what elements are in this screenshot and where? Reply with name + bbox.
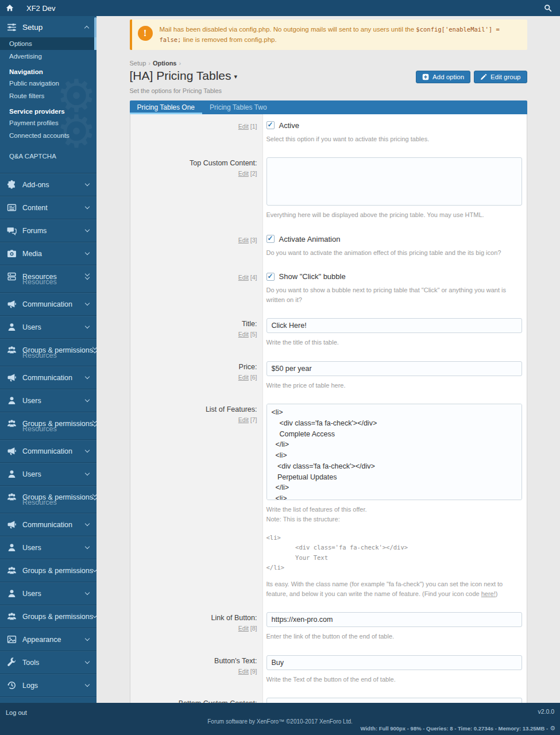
sidebar-item-groups-permissions[interactable]: Groups & permissionsResources [0, 485, 96, 508]
buttons-text-input[interactable] [267, 655, 522, 670]
breadcrumb-options[interactable]: Options [153, 60, 177, 67]
logout-link[interactable]: Log out [6, 709, 27, 716]
main-content: ! Mail has been disabled via config.php.… [96, 16, 560, 703]
activate-animation-checkbox[interactable]: Activate Animation [267, 235, 522, 243]
active-checkbox[interactable]: Active [267, 121, 522, 130]
chevron-down-icon [86, 662, 89, 663]
setup-links: Options Advertising Navigation Public na… [0, 37, 96, 168]
sidebar: ⚙⚙ Setup Options Advertising Navigation … [0, 16, 96, 703]
warning-icon: ! [138, 26, 153, 41]
sidebar-item-media[interactable]: Media [0, 242, 96, 265]
edit-option-link[interactable]: Edit [8] [135, 625, 257, 632]
sidebar-section-setup[interactable]: Setup [0, 16, 96, 37]
title-input[interactable] [267, 318, 522, 333]
option-label: Top Custom Content: [135, 158, 257, 168]
search-button[interactable] [544, 4, 552, 12]
home-button[interactable] [0, 4, 20, 12]
sidebar-item-users[interactable]: Users [0, 582, 96, 605]
chevron-down-icon [86, 207, 89, 208]
sidebar-item-users[interactable]: Users [0, 389, 96, 412]
sidebar-item-users[interactable]: Users [0, 315, 96, 338]
sidebar-item-communication[interactable]: Communication [0, 439, 96, 462]
chevron-down-icon [86, 184, 89, 185]
plus-square-icon [422, 74, 429, 80]
option-label: Bottom Custom Content: [135, 699, 257, 703]
edit-option-link[interactable]: Edit [4] [135, 274, 257, 281]
sidebar-item-groups-permissions[interactable]: Groups & permissionsResources [0, 338, 96, 361]
edit-group-button[interactable]: Edit group [474, 71, 527, 83]
option-hint: Write the title of this table. [267, 338, 522, 347]
title-dropdown-caret-icon[interactable]: ▾ [234, 73, 238, 80]
option-row-bottom-custom-content: Bottom Custom Content: Edit [10] Everyth… [130, 692, 527, 703]
footer: Log out v2.0.0 Forum software by XenForo… [0, 703, 560, 735]
chevron-down-icon [86, 274, 89, 279]
checkbox-checked-icon [267, 121, 275, 129]
sidebar-item-payment-profiles[interactable]: Payment profiles [0, 117, 96, 129]
tab-pricing-tables-two[interactable]: Pricing Tables Two [202, 100, 275, 114]
home-icon [6, 4, 14, 12]
sidebar-item-options[interactable]: Options [0, 37, 96, 50]
sidebar-item-development[interactable]: Development [0, 697, 96, 703]
checkbox-checked-icon [267, 235, 275, 243]
sidebar-item-communication[interactable]: Communication [0, 292, 96, 315]
breadcrumb: Setup›Options› [130, 60, 527, 67]
edit-option-link[interactable]: Edit [9] [135, 668, 257, 675]
price-input[interactable] [267, 361, 522, 376]
bottom-custom-content-textarea[interactable] [267, 698, 522, 703]
sidebar-item-resources[interactable]: ResourcesResources [0, 265, 96, 288]
sidebar-item-logs[interactable]: Logs [0, 674, 96, 697]
checkbox-checked-icon [267, 273, 275, 281]
link-of-button-input[interactable] [267, 612, 522, 627]
group-icon [7, 566, 17, 575]
edit-option-link[interactable]: Edit [7] [135, 416, 257, 423]
sidebar-section-label: Setup [22, 23, 43, 32]
sidebar-item-add-ons[interactable]: Add-ons [0, 173, 96, 196]
content-icon [7, 203, 17, 212]
sidebar-item-communication[interactable]: Communication [0, 366, 96, 389]
sidebar-heading-navigation: Navigation [0, 63, 96, 77]
sidebar-item-qa-captcha[interactable]: Q&A CAPTCHA [0, 150, 96, 163]
megaphone-icon [7, 520, 17, 529]
sidebar-item-appearance[interactable]: Appearance [0, 628, 96, 651]
sidebar-main-items: Add-onsContentForumsMediaResourcesResour… [0, 173, 96, 703]
chevron-down-icon [86, 547, 89, 548]
sidebar-item-public-navigation[interactable]: Public navigation [0, 77, 96, 90]
sidebar-item-users[interactable]: Users [0, 536, 96, 559]
sidebar-item-connected-accounts[interactable]: Connected accounts [0, 129, 96, 142]
option-row-active: Edit [1] Active Select this option if yo… [130, 114, 527, 152]
sidebar-item-route-filters[interactable]: Route filters [0, 90, 96, 102]
sidebar-item-groups-permissions[interactable]: Groups & permissions [0, 605, 96, 628]
sidebar-item-tools[interactable]: Tools [0, 651, 96, 674]
icon-code-link[interactable]: here! [481, 590, 496, 597]
edit-option-link[interactable]: Edit [5] [135, 331, 257, 338]
chevron-down-icon [86, 639, 89, 640]
edit-option-link[interactable]: Edit [2] [135, 170, 257, 177]
option-row-list-of-features: List of Features: Edit [7] <li> <div cla… [130, 398, 527, 606]
show-click-bubble-checkbox[interactable]: Show "Click" bubble [267, 272, 522, 281]
resources-icon [7, 272, 17, 281]
page-title[interactable]: [HA] Pricing Tables▾ [130, 69, 238, 83]
sidebar-item-forums[interactable]: Forums [0, 219, 96, 242]
chevron-down-icon [93, 494, 96, 500]
sidebar-item-content[interactable]: Content [0, 196, 96, 219]
sidebar-item-groups-permissions[interactable]: Groups & permissions [0, 559, 96, 582]
list-of-features-textarea[interactable]: <li> <div class='fa fa-check'></div> Com… [267, 404, 522, 500]
option-row-price: Price: Edit [6] Write the price of table… [130, 355, 527, 399]
top-custom-content-textarea[interactable] [267, 157, 522, 206]
chevron-down-icon [93, 570, 96, 571]
add-option-button[interactable]: Add option [416, 71, 470, 83]
breadcrumb-setup[interactable]: Setup [130, 60, 146, 67]
option-hint: Enter the link of the button of the end … [267, 632, 522, 641]
sidebar-item-users[interactable]: Users [0, 462, 96, 485]
tab-pricing-tables-one[interactable]: Pricing Tables One [130, 100, 203, 114]
edit-option-link[interactable]: Edit [6] [135, 374, 257, 381]
debug-gear-icon[interactable]: ⚙ [550, 725, 555, 732]
sidebar-item-communication[interactable]: Communication [0, 513, 96, 536]
edit-option-link[interactable]: Edit [1] [135, 123, 257, 130]
sidebar-item-groups-permissions[interactable]: Groups & permissionsResources [0, 412, 96, 435]
sidebar-item-advertising[interactable]: Advertising [0, 50, 96, 63]
search-icon [544, 4, 552, 12]
edit-option-link[interactable]: Edit [3] [135, 237, 257, 243]
option-row-show-click-bubble: Edit [4] Show "Click" bubble Do you want… [130, 265, 527, 312]
chevron-down-icon [86, 253, 89, 254]
